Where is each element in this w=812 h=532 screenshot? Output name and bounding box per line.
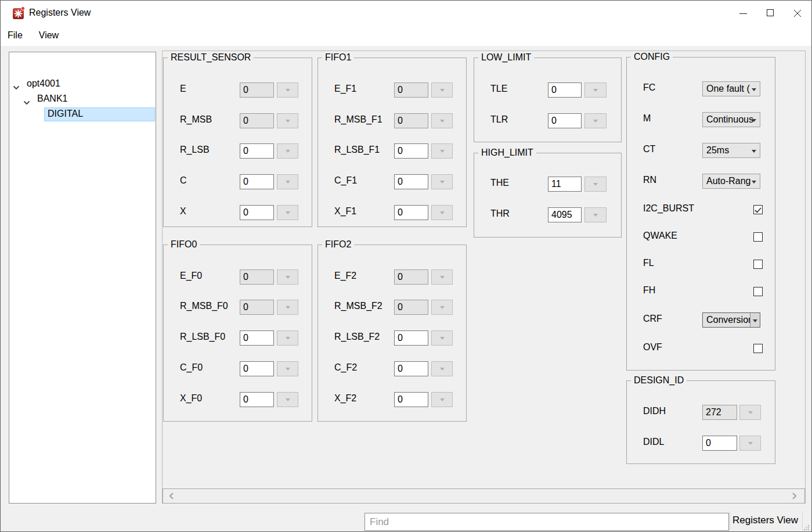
dropdown-button-tle: [584, 82, 607, 98]
tree-item-digital[interactable]: DIGITAL: [9, 107, 155, 121]
input-c_f0[interactable]: 0: [240, 361, 274, 376]
group-title-fifo1: FIFO1: [322, 52, 354, 63]
dropdown-arrow-icon: [286, 306, 290, 309]
dropdown-button-e_f2: [431, 269, 453, 285]
dropdown-arrow-icon: [440, 89, 445, 92]
menu-item-view[interactable]: View: [38, 28, 66, 44]
input-c_f2[interactable]: 0: [394, 361, 428, 376]
menu-item-file[interactable]: File: [6, 28, 30, 44]
field-label-r_msb_f1: R_MSB_F1: [334, 114, 382, 125]
combo-arrow-button: [750, 313, 760, 327]
group-title-fifo0: FIFO0: [168, 239, 200, 250]
field-label-i2c_burst: I2C_BURST: [643, 203, 694, 214]
input-tle[interactable]: 0: [548, 82, 582, 98]
input-x_f2[interactable]: 0: [394, 392, 428, 407]
tree-item-label: opt4001: [27, 78, 60, 89]
close-button[interactable]: [784, 1, 811, 26]
input-c[interactable]: 0: [240, 174, 274, 189]
group-config: CONFIGFCOne fault (MContinuousCT25msRNAu…: [626, 57, 775, 371]
field-label-didh: DIDH: [643, 406, 666, 416]
input-r_lsb_f2[interactable]: 0: [394, 330, 428, 346]
find-input[interactable]: [365, 513, 729, 531]
input-x_f1[interactable]: 0: [394, 205, 428, 220]
app-icon: [13, 8, 24, 19]
input-r_msb_f1: 0: [394, 113, 428, 128]
window-title: Registers View: [29, 8, 91, 18]
field-label-r_lsb_f1: R_LSB_F1: [334, 145, 380, 155]
field-label-r_msb_f2: R_MSB_F2: [334, 301, 382, 311]
field-label-ovf: OVF: [643, 342, 662, 353]
checkbox-i2c_burst[interactable]: [753, 205, 763, 214]
dropdown-arrow-icon: [286, 181, 290, 184]
field-label-x_f2: X_F2: [334, 393, 356, 404]
dropdown-button-r_lsb_f2: [431, 330, 453, 346]
input-tlr[interactable]: 0: [548, 113, 582, 128]
input-x[interactable]: 0: [240, 205, 274, 220]
input-the[interactable]: 11: [548, 177, 582, 192]
scroll-left-button[interactable]: [164, 489, 179, 503]
size-grip[interactable]: [804, 525, 810, 531]
dropdown-arrow-icon: [593, 120, 598, 123]
group-title-design_id: DESIGN_ID: [631, 375, 687, 386]
checkbox-ovf[interactable]: [753, 344, 763, 353]
field-label-rn: RN: [643, 175, 656, 185]
dropdown-button-didl: [739, 436, 761, 451]
input-c_f1[interactable]: 0: [394, 174, 428, 189]
combo-fc[interactable]: One fault (: [702, 81, 760, 96]
combo-value: Continuous: [706, 114, 753, 124]
expand-chevron-icon[interactable]: [13, 82, 20, 92]
minimize-icon: [739, 13, 747, 14]
dropdown-arrow-icon: [440, 211, 445, 214]
chevron-right-icon: [791, 492, 797, 500]
input-r_lsb[interactable]: 0: [240, 143, 274, 159]
maximize-button[interactable]: [757, 1, 784, 26]
group-title-low_limit: LOW_LIMIT: [478, 52, 534, 63]
input-x_f0[interactable]: 0: [240, 392, 274, 407]
dropdown-button-didh: [739, 405, 761, 420]
expand-chevron-icon[interactable]: [23, 97, 30, 107]
menubar: File View: [1, 26, 811, 46]
tree-item-label: DIGITAL: [48, 109, 83, 119]
field-label-r_msb_f0: R_MSB_F0: [180, 301, 228, 311]
field-label-didl: DIDL: [643, 437, 664, 447]
tree-item-opt4001[interactable]: opt4001: [9, 77, 155, 91]
combo-m[interactable]: Continuous: [702, 112, 760, 127]
input-didl[interactable]: 0: [702, 436, 737, 451]
dropdown-arrow-icon: [753, 319, 757, 322]
checkbox-fl[interactable]: [753, 260, 763, 269]
field-label-c_f1: C_F1: [334, 175, 357, 186]
combo-ct[interactable]: 25ms: [702, 143, 760, 158]
input-didh: 272: [702, 405, 737, 420]
combo-rn[interactable]: Auto-Rang: [702, 174, 760, 189]
field-label-r_msb: R_MSB: [180, 114, 212, 125]
group-design_id: DESIGN_IDDIDH272DIDL0: [626, 380, 775, 464]
dropdown-arrow-icon: [748, 442, 753, 445]
scroll-right-button[interactable]: [788, 489, 803, 503]
dropdown-arrow-icon: [440, 368, 445, 371]
dropdown-button-r_lsb_f0: [277, 330, 298, 346]
combo-crf[interactable]: Conversior: [702, 312, 760, 328]
field-label-c_f0: C_F0: [180, 362, 203, 373]
group-title-fifo2: FIFO2: [322, 239, 354, 250]
field-label-r_lsb_f2: R_LSB_F2: [334, 332, 380, 342]
dropdown-button-e_f1: [431, 82, 453, 98]
dropdown-arrow-icon: [440, 306, 445, 309]
dropdown-arrow-icon: [286, 211, 290, 214]
dropdown-button-r_msb_f2: [431, 300, 453, 315]
horizontal-scrollbar[interactable]: [163, 488, 805, 504]
tree-item-bank1[interactable]: BANK1: [9, 92, 155, 106]
input-e: 0: [240, 82, 274, 98]
input-thr[interactable]: 4095: [548, 207, 582, 222]
group-high_limit: HIGH_LIMITTHE11THR4095: [474, 153, 622, 238]
checkbox-fh[interactable]: [753, 287, 763, 296]
minimize-button[interactable]: [730, 1, 757, 26]
field-label-tle: TLE: [490, 84, 507, 94]
checkbox-qwake[interactable]: [753, 232, 763, 242]
register-tree: opt4001BANK1DIGITAL: [9, 52, 156, 504]
field-label-x_f1: X_F1: [334, 206, 356, 217]
field-label-e_f2: E_F2: [334, 271, 356, 281]
input-r_lsb_f1[interactable]: 0: [394, 143, 428, 159]
group-fifo1: FIFO1E_F10R_MSB_F10R_LSB_F10C_F10X_F10: [317, 57, 467, 227]
input-r_lsb_f0[interactable]: 0: [240, 330, 274, 346]
field-label-c_f2: C_F2: [334, 362, 357, 373]
